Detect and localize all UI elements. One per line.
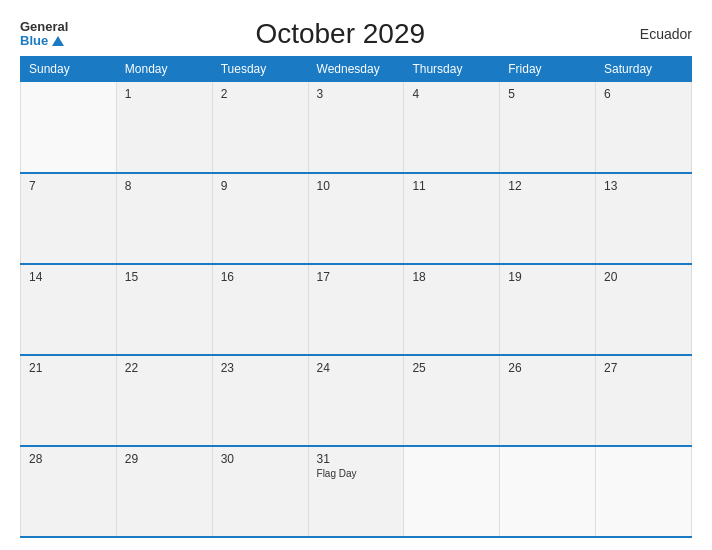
day-number: 28 bbox=[29, 452, 108, 466]
calendar-cell: 28 bbox=[21, 446, 117, 537]
country-label: Ecuador bbox=[612, 26, 692, 42]
day-number: 22 bbox=[125, 361, 204, 375]
day-number: 16 bbox=[221, 270, 300, 284]
day-number: 21 bbox=[29, 361, 108, 375]
day-number: 18 bbox=[412, 270, 491, 284]
day-number: 23 bbox=[221, 361, 300, 375]
calendar-cell: 10 bbox=[308, 173, 404, 264]
day-number: 8 bbox=[125, 179, 204, 193]
day-number: 15 bbox=[125, 270, 204, 284]
calendar-cell: 23 bbox=[212, 355, 308, 446]
day-number: 4 bbox=[412, 87, 491, 101]
day-number: 2 bbox=[221, 87, 300, 101]
calendar-header: General Blue October 2029 Ecuador bbox=[20, 18, 692, 50]
weekday-header-friday: Friday bbox=[500, 57, 596, 82]
calendar-week-2: 78910111213 bbox=[21, 173, 692, 264]
calendar-cell: 30 bbox=[212, 446, 308, 537]
day-number: 20 bbox=[604, 270, 683, 284]
weekday-header-thursday: Thursday bbox=[404, 57, 500, 82]
calendar-table: SundayMondayTuesdayWednesdayThursdayFrid… bbox=[20, 56, 692, 538]
day-number: 1 bbox=[125, 87, 204, 101]
calendar-cell: 13 bbox=[596, 173, 692, 264]
calendar-cell: 6 bbox=[596, 82, 692, 173]
page-title: October 2029 bbox=[68, 18, 612, 50]
calendar-cell: 2 bbox=[212, 82, 308, 173]
weekday-header-sunday: Sunday bbox=[21, 57, 117, 82]
day-number: 30 bbox=[221, 452, 300, 466]
day-number: 11 bbox=[412, 179, 491, 193]
day-number: 27 bbox=[604, 361, 683, 375]
day-number: 14 bbox=[29, 270, 108, 284]
calendar-cell bbox=[404, 446, 500, 537]
weekday-header-wednesday: Wednesday bbox=[308, 57, 404, 82]
calendar-cell: 5 bbox=[500, 82, 596, 173]
calendar-cell: 17 bbox=[308, 264, 404, 355]
calendar-cell: 3 bbox=[308, 82, 404, 173]
calendar-cell: 25 bbox=[404, 355, 500, 446]
day-number: 29 bbox=[125, 452, 204, 466]
calendar-cell: 18 bbox=[404, 264, 500, 355]
weekday-header-monday: Monday bbox=[116, 57, 212, 82]
day-number: 9 bbox=[221, 179, 300, 193]
calendar-cell: 8 bbox=[116, 173, 212, 264]
calendar-cell bbox=[596, 446, 692, 537]
day-number: 25 bbox=[412, 361, 491, 375]
calendar-cell: 12 bbox=[500, 173, 596, 264]
calendar-cell bbox=[21, 82, 117, 173]
weekday-header-saturday: Saturday bbox=[596, 57, 692, 82]
day-number: 10 bbox=[317, 179, 396, 193]
logo-triangle-icon bbox=[52, 36, 64, 46]
day-number: 26 bbox=[508, 361, 587, 375]
day-number: 31 bbox=[317, 452, 396, 466]
day-number: 6 bbox=[604, 87, 683, 101]
calendar-cell: 11 bbox=[404, 173, 500, 264]
calendar-cell: 4 bbox=[404, 82, 500, 173]
day-number: 5 bbox=[508, 87, 587, 101]
calendar-cell: 15 bbox=[116, 264, 212, 355]
calendar-cell: 14 bbox=[21, 264, 117, 355]
day-number: 17 bbox=[317, 270, 396, 284]
calendar-cell: 9 bbox=[212, 173, 308, 264]
day-number: 3 bbox=[317, 87, 396, 101]
calendar-cell: 1 bbox=[116, 82, 212, 173]
calendar-week-1: 123456 bbox=[21, 82, 692, 173]
day-number: 24 bbox=[317, 361, 396, 375]
calendar-cell: 20 bbox=[596, 264, 692, 355]
calendar-cell: 31Flag Day bbox=[308, 446, 404, 537]
logo-general-text: General bbox=[20, 20, 68, 34]
event-label: Flag Day bbox=[317, 468, 396, 479]
logo-blue-text: Blue bbox=[20, 34, 68, 48]
calendar-cell: 26 bbox=[500, 355, 596, 446]
weekday-header-tuesday: Tuesday bbox=[212, 57, 308, 82]
calendar-cell: 19 bbox=[500, 264, 596, 355]
calendar-cell: 22 bbox=[116, 355, 212, 446]
calendar-week-4: 21222324252627 bbox=[21, 355, 692, 446]
calendar-week-5: 28293031Flag Day bbox=[21, 446, 692, 537]
calendar-cell: 21 bbox=[21, 355, 117, 446]
calendar-cell: 16 bbox=[212, 264, 308, 355]
weekday-header-row: SundayMondayTuesdayWednesdayThursdayFrid… bbox=[21, 57, 692, 82]
calendar-cell: 27 bbox=[596, 355, 692, 446]
day-number: 19 bbox=[508, 270, 587, 284]
calendar-cell bbox=[500, 446, 596, 537]
day-number: 13 bbox=[604, 179, 683, 193]
calendar-cell: 24 bbox=[308, 355, 404, 446]
calendar-cell: 7 bbox=[21, 173, 117, 264]
calendar-cell: 29 bbox=[116, 446, 212, 537]
logo: General Blue bbox=[20, 20, 68, 49]
calendar-week-3: 14151617181920 bbox=[21, 264, 692, 355]
day-number: 7 bbox=[29, 179, 108, 193]
day-number: 12 bbox=[508, 179, 587, 193]
